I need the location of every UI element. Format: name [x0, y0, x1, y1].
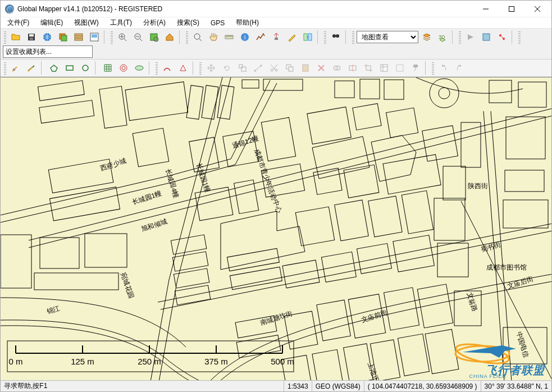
toolbar-grip[interactable] — [156, 61, 158, 75]
menu-analysis[interactable]: 分析(A) — [139, 17, 170, 29]
redo-button[interactable] — [452, 61, 467, 75]
scale-tick-label: 0 m — [8, 357, 22, 366]
pan-tool-button[interactable] — [206, 30, 221, 44]
toolbar-grip[interactable] — [4, 30, 6, 44]
svg-rect-94 — [295, 207, 335, 246]
toolbar-separator — [425, 61, 428, 75]
svg-rect-46 — [381, 65, 387, 71]
viewshed-button[interactable] — [269, 30, 284, 44]
full-view-button[interactable] — [147, 30, 161, 44]
copy-selected-button[interactable] — [282, 61, 297, 75]
create-circle-button[interactable] — [78, 61, 93, 75]
paste-button[interactable] — [298, 61, 313, 75]
zoom-out-button[interactable] — [131, 30, 145, 44]
close-button[interactable] — [524, 1, 550, 17]
svg-rect-90 — [174, 268, 209, 288]
svg-point-30 — [122, 66, 125, 70]
coord-convert-button[interactable] — [300, 30, 315, 44]
toolbar-grip[interactable] — [352, 30, 354, 44]
trace-line-button[interactable] — [160, 61, 175, 75]
minimize-button[interactable] — [473, 1, 499, 17]
create-point-button[interactable] — [8, 61, 23, 75]
svg-point-22 — [336, 34, 339, 38]
menu-tools[interactable]: 工具(T) — [106, 17, 136, 29]
map-catalog-button[interactable] — [419, 30, 434, 44]
attributes-button[interactable] — [377, 61, 391, 75]
toolbar-grip[interactable] — [518, 30, 521, 44]
svg-rect-117 — [398, 334, 429, 376]
menu-file[interactable]: 文件(F) — [3, 17, 34, 29]
maximize-button[interactable] — [499, 1, 524, 17]
configure-button[interactable] — [71, 30, 86, 44]
status-latlon: 30° 39' 33.6488" N, 1 — [481, 381, 551, 391]
vertex-edit-button[interactable] — [251, 61, 266, 75]
split-button[interactable] — [345, 61, 360, 75]
3d-view-button[interactable]: 3D — [435, 30, 450, 44]
menu-view[interactable]: 视图(W) — [70, 17, 103, 29]
delete-button[interactable] — [314, 61, 329, 75]
paint-button[interactable] — [408, 61, 423, 75]
map-layout-button[interactable] — [87, 30, 102, 44]
toolbar-separator — [512, 30, 515, 44]
svg-rect-98 — [434, 198, 465, 240]
search-button[interactable] — [329, 30, 343, 44]
create-cogo-button[interactable] — [176, 61, 190, 75]
gps-tracks-button[interactable] — [495, 30, 509, 44]
home-view-button[interactable] — [162, 30, 177, 44]
open-button[interactable] — [8, 30, 23, 44]
undo-button[interactable] — [436, 61, 451, 75]
toolbar-grip[interactable] — [459, 30, 461, 44]
status-coords: ( 104.0474407218, 30.6593468909 ) — [364, 381, 481, 391]
scale-tick-label: 375 m — [204, 357, 228, 366]
svg-rect-2 — [29, 34, 34, 37]
digitizer-tool-button[interactable] — [285, 30, 299, 44]
scale-bar: 0 m 125 m 250 m 375 m 500 m — [7, 341, 294, 375]
gps-start-button[interactable] — [463, 30, 478, 44]
scale-feature-button[interactable] — [235, 61, 250, 75]
zoom-in-button[interactable] — [115, 30, 130, 44]
crop-button[interactable] — [361, 61, 376, 75]
toolbar-grip[interactable] — [186, 30, 188, 44]
svg-rect-42 — [304, 64, 307, 66]
measure-tool-button[interactable] — [222, 30, 236, 44]
online-sources-button[interactable] — [40, 30, 54, 44]
watermark-subtext: CHINA FLIER — [469, 373, 507, 379]
toolbar-grip[interactable] — [111, 30, 113, 44]
svg-rect-110 — [384, 288, 419, 330]
layer-control-button[interactable] — [56, 30, 70, 44]
menu-edit[interactable]: 编辑(E) — [36, 17, 67, 29]
svg-rect-18 — [275, 38, 278, 40]
favorites-input[interactable] — [3, 45, 93, 58]
feature-info-button[interactable]: i — [238, 30, 252, 44]
status-scale: 1:5343 — [284, 381, 312, 391]
feature-edit-box-button[interactable] — [393, 61, 407, 75]
toolbar-grip[interactable] — [199, 61, 202, 75]
create-grid-button[interactable] — [101, 61, 115, 75]
create-buffer-button[interactable] — [132, 61, 147, 75]
zoom-tool-button[interactable] — [190, 30, 205, 44]
gps-settings-button[interactable] — [479, 30, 494, 44]
menu-search[interactable]: 搜索(S) — [172, 17, 204, 29]
svg-rect-97 — [402, 191, 433, 234]
create-line-button[interactable] — [24, 61, 39, 75]
view-mode-select[interactable]: 地图查看 — [357, 31, 418, 43]
move-feature-button[interactable] — [204, 61, 218, 75]
menu-gps[interactable]: GPS — [206, 18, 229, 28]
toolbar-grip[interactable] — [432, 61, 434, 75]
create-range-rings-button[interactable] — [116, 61, 131, 75]
svg-rect-54 — [217, 85, 234, 119]
toolbar-grip[interactable] — [4, 61, 6, 75]
create-area-button[interactable] — [47, 61, 61, 75]
path-profile-button[interactable] — [253, 30, 268, 44]
toolbar-grip[interactable] — [324, 30, 326, 44]
menu-help[interactable]: 帮助(H) — [231, 17, 263, 29]
svg-point-61 — [439, 88, 450, 99]
rotate-feature-button[interactable] — [220, 61, 234, 75]
save-button[interactable] — [24, 30, 39, 44]
create-rect-button[interactable] — [62, 61, 77, 75]
combine-button[interactable] — [330, 61, 344, 75]
svg-rect-34 — [241, 67, 246, 71]
map-viewport[interactable]: 西府少城 长城园4幢 长城园1幢 长城园1幢 旭和倾城 通锦12幢 成都市青少年… — [1, 77, 551, 380]
svg-point-37 — [271, 69, 273, 71]
cut-selected-button[interactable] — [267, 61, 281, 75]
